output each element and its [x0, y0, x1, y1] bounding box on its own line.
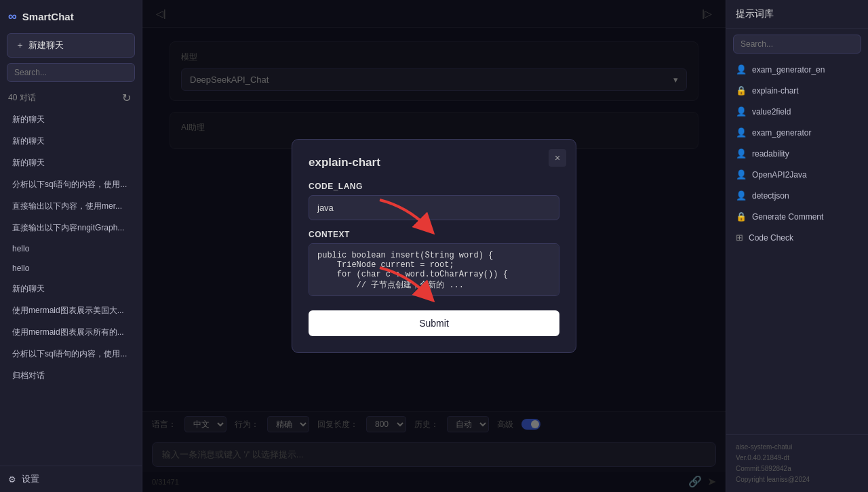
sidebar-item-chat2[interactable]: 新的聊天: [4, 131, 138, 152]
prompt-item-detectjson[interactable]: 👤 detectjson: [726, 185, 868, 206]
prompt-item-openapi2java[interactable]: 👤 OpenAPI2Java: [726, 164, 868, 185]
right-sidebar-search-input[interactable]: [733, 35, 861, 54]
plus-icon: ＋: [16, 39, 24, 52]
user-icon-5: 👤: [736, 169, 747, 180]
sidebar-footer: ⚙ 设置: [0, 466, 142, 492]
settings-icon: ⚙: [8, 474, 16, 485]
user-icon-6: 👤: [736, 190, 747, 201]
chat-count-header: 40 对话 ↻: [0, 87, 142, 108]
user-icon-3: 👤: [736, 127, 747, 138]
table-icon: ⊞: [736, 232, 743, 243]
new-chat-label: 新建聊天: [28, 39, 64, 52]
new-chat-button[interactable]: ＋ 新建聊天: [7, 33, 135, 58]
prompt-item-code-check[interactable]: ⊞ Code Check: [726, 227, 868, 248]
version-label: aise-system-chatui: [736, 442, 859, 453]
right-sidebar: 提示词库 👤 exam_generator_en 🔒 explain-chart…: [726, 0, 868, 492]
user-icon: 👤: [736, 64, 747, 75]
copyright-value: Copyright leaniss@2024: [736, 474, 859, 485]
user-icon-2: 👤: [736, 106, 747, 117]
prompt-item-readability[interactable]: 👤 readability: [726, 143, 868, 164]
user-icon-4: 👤: [736, 148, 747, 159]
prompt-item-exam-gen[interactable]: 👤 exam_generator: [726, 122, 868, 143]
modal-dialog: explain-chart × CODE_LANG CONTEXT public…: [292, 139, 576, 353]
sidebar-item-chat12[interactable]: 分析以下sql语句的内容，使用...: [4, 344, 138, 365]
modal-title: explain-chart: [309, 156, 559, 169]
version-value: Ver.0.40.21849-dt: [736, 453, 859, 464]
main-area: ◁| |▷ 模型 DeepSeekAPI_Chat ▾ AI助理 语言： 中文 …: [142, 0, 726, 492]
field1-input[interactable]: [309, 195, 559, 220]
sidebar-item-chat4[interactable]: 分析以下sql语句的内容，使用...: [4, 174, 138, 195]
sidebar-item-chat9[interactable]: 新的聊天: [4, 279, 138, 300]
field2-textarea[interactable]: public boolean insert(String word) { Tri…: [309, 243, 559, 296]
edit-icon[interactable]: ✎: [112, 115, 119, 125]
sidebar-item-chat3[interactable]: 新的聊天: [4, 152, 138, 173]
field1-label: CODE_LANG: [309, 182, 559, 191]
sidebar-item-chat11[interactable]: 使用mermaid图表展示所有的...: [4, 322, 138, 343]
sidebar-item-chat1[interactable]: 新的聊天 ✎ 🗑: [4, 109, 138, 130]
right-sidebar-title: 提示词库: [726, 0, 868, 29]
settings-nav-item[interactable]: ⚙ 设置: [0, 466, 142, 492]
field2-label: CONTEXT: [309, 230, 559, 239]
commit-value: Commit.5892842a: [736, 464, 859, 474]
sidebar-search-input[interactable]: [7, 63, 135, 82]
logo-icon: ∞: [8, 9, 17, 24]
delete-icon[interactable]: 🗑: [121, 115, 130, 125]
sidebar-item-chat5[interactable]: 直接输出以下内容，使用mer...: [4, 196, 138, 217]
sidebar-item-chat6[interactable]: 直接输出以下内容nngitGraph...: [4, 218, 138, 239]
sidebar-item-chat7[interactable]: hello: [4, 239, 138, 258]
modal-overlay: explain-chart × CODE_LANG CONTEXT public…: [142, 0, 726, 492]
lock-icon: 🔒: [736, 85, 747, 96]
right-sidebar-footer: aise-system-chatui Ver.0.40.21849-dt Com…: [726, 434, 868, 492]
left-sidebar: ∞ SmartChat ＋ 新建聊天 40 对话 ↻ 新的聊天 ✎ 🗑 新的聊天…: [0, 0, 142, 492]
chat-count: 40 对话: [8, 92, 36, 104]
sidebar-item-chat8[interactable]: hello: [4, 259, 138, 278]
sidebar-item-chat10[interactable]: 使用mermaid图表展示美国大...: [4, 300, 138, 321]
submit-button[interactable]: Submit: [309, 310, 559, 336]
sidebar-item-archive[interactable]: 归档对话: [4, 365, 138, 386]
lock-icon-2: 🔒: [736, 211, 747, 222]
modal-close-button[interactable]: ×: [549, 149, 566, 167]
refresh-button[interactable]: ↻: [119, 90, 134, 106]
prompt-list: 👤 exam_generator_en 🔒 explain-chart 👤 va…: [726, 59, 868, 434]
prompt-item-explain-chart[interactable]: 🔒 explain-chart: [726, 80, 868, 101]
app-title: SmartChat: [22, 11, 74, 22]
prompt-item-exam-gen-en[interactable]: 👤 exam_generator_en: [726, 59, 868, 80]
prompt-item-gen-comment[interactable]: 🔒 Generate Comment: [726, 206, 868, 227]
logo-area: ∞ SmartChat: [0, 0, 142, 33]
prompt-item-value2field[interactable]: 👤 value2field: [726, 101, 868, 122]
